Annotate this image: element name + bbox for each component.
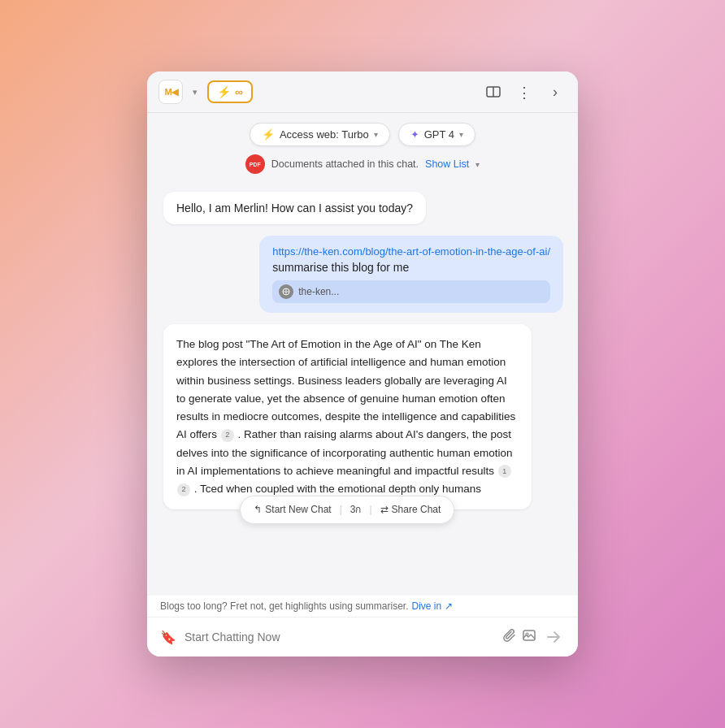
sparkle-icon: ✦ [410, 128, 419, 141]
logo-text: M◀ [164, 87, 176, 98]
web-chevron-icon: ▾ [374, 130, 378, 139]
bolt-icon: ⚡ [217, 85, 231, 98]
user-link: https://the-ken.com/blog/the-art-of-emot… [272, 245, 550, 258]
bolt-pill-icon: ⚡ [262, 128, 275, 141]
messages-area: Hello, I am Merlin! How can I assist you… [147, 179, 578, 596]
toolbar-right: ⋮ › [482, 80, 567, 103]
summary-text-part3: . T [191, 483, 206, 495]
doc-chevron-icon: ▾ [475, 160, 480, 169]
suggest-text: Blogs too long? Fret not, get highlights… [160, 600, 409, 612]
dive-in-link[interactable]: Dive in ↗ [412, 600, 453, 612]
separator-1: | [340, 502, 342, 518]
new-chat-label: Start New Chat [265, 502, 331, 518]
ref-badge-2: 2 [221, 429, 234, 442]
bot-greeting-message: Hello, I am Merlin! How can I assist you… [163, 192, 426, 224]
web-access-label: Access web: Turbo [280, 128, 369, 141]
ref-badge-1: 1 [498, 465, 511, 478]
pdf-icon: PDF [245, 154, 265, 174]
bot-summary-message: The blog post "The Art of Emotion in the… [163, 324, 532, 509]
more-options-button[interactable]: ⋮ [513, 80, 536, 103]
attach-icon[interactable] [503, 629, 516, 645]
suggest-bar: Blogs too long? Fret not, get highlights… [147, 596, 578, 618]
input-actions [503, 626, 565, 648]
user-message: https://the-ken.com/blog/the-art-of-emot… [259, 236, 563, 313]
user-text: summarise this blog for me [272, 261, 550, 274]
infinity-symbol: ∞ [235, 85, 243, 98]
ref-count-button[interactable]: 3ก [347, 500, 365, 520]
new-chat-icon: ↰ [254, 502, 262, 518]
send-button[interactable] [542, 626, 565, 648]
input-row: 🔖 [147, 618, 578, 656]
share-label: Share Chat [392, 502, 441, 518]
image-icon[interactable] [523, 629, 536, 645]
share-chat-button[interactable]: ⇄ Share Chat [377, 500, 445, 520]
logo-chevron-button[interactable]: ▾ [186, 83, 204, 101]
link-preview-text: the-ken... [298, 286, 339, 297]
active-mode-button[interactable]: ⚡ ∞ [207, 80, 253, 103]
gpt-chevron-icon: ▾ [459, 130, 463, 139]
chevron-down-icon: ▾ [193, 87, 198, 98]
share-icon: ⇄ [380, 502, 389, 518]
link-preview: the-ken... [272, 280, 550, 303]
start-new-chat-button[interactable]: ↰ Start New Chat [250, 500, 334, 520]
summary-text-ellipsis: ced when coupled with the emotional dept… [206, 483, 481, 495]
web-access-pill[interactable]: ⚡ Access web: Turbo ▾ [250, 123, 390, 146]
expand-button[interactable] [482, 80, 505, 103]
link-favicon [279, 284, 293, 299]
forward-icon: › [553, 84, 558, 101]
doc-bar: PDF Documents attached in this chat. Sho… [147, 150, 578, 179]
message-hover-toolbar: ↰ Start New Chat | 3ก | ⇄ Share Chat [240, 496, 454, 525]
toolbar-left: M◀ ▾ ⚡ ∞ [158, 80, 253, 104]
pdf-text: PDF [250, 162, 261, 167]
more-icon: ⋮ [517, 85, 532, 98]
toolbar: M◀ ▾ ⚡ ∞ ⋮ › [147, 72, 578, 113]
ref-count-label: 3ก [350, 502, 362, 518]
greeting-text: Hello, I am Merlin! How can I assist you… [176, 202, 413, 214]
bookmark-icon[interactable]: 🔖 [160, 630, 176, 645]
doc-attached-text: Documents attached in this chat. [271, 158, 419, 170]
chat-input[interactable] [185, 630, 495, 644]
show-list-link[interactable]: Show List [425, 158, 469, 170]
logo-button[interactable]: M◀ [158, 80, 183, 104]
content-area: ⚡ Access web: Turbo ▾ ✦ GPT 4 ▾ PDF Docu… [147, 113, 578, 618]
chat-window: M◀ ▾ ⚡ ∞ ⋮ › [147, 72, 578, 656]
separator-2: | [369, 502, 371, 518]
gpt-label: GPT 4 [424, 128, 454, 141]
forward-button[interactable]: › [544, 80, 567, 103]
gpt-model-pill[interactable]: ✦ GPT 4 ▾ [398, 123, 475, 146]
summary-text-part1: The blog post "The Art of Emotion in the… [176, 338, 515, 440]
top-pills: ⚡ Access web: Turbo ▾ ✦ GPT 4 ▾ [147, 113, 578, 150]
ref-badge-2b: 2 [177, 483, 190, 496]
